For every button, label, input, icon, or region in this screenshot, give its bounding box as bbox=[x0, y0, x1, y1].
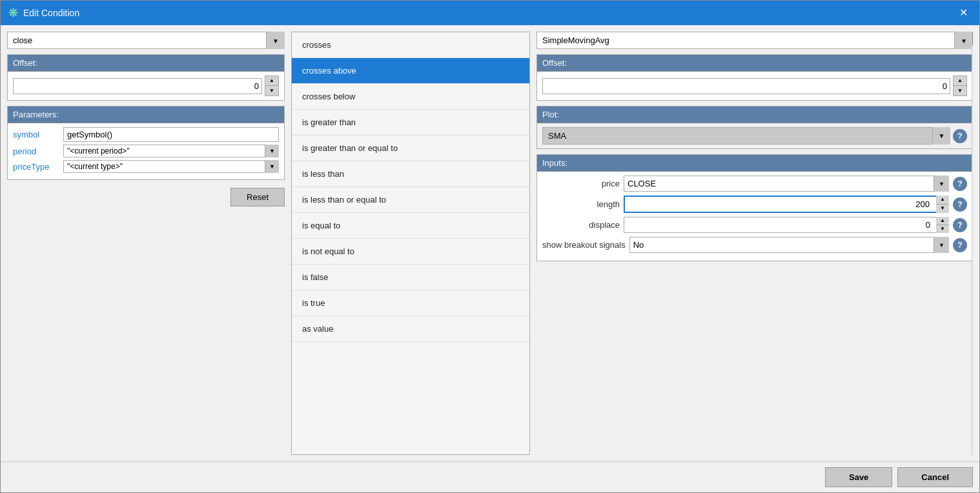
input-label-displace: displace bbox=[542, 220, 620, 230]
input-select-breakout[interactable]: No Yes bbox=[629, 237, 949, 253]
plot-select[interactable]: SMA bbox=[542, 127, 950, 145]
left-offset-section: Offset: ▲ ▼ bbox=[7, 54, 285, 101]
plot-select-wrapper: SMA ▼ bbox=[542, 127, 950, 145]
right-scrollbar[interactable] bbox=[972, 32, 973, 455]
input-select-price[interactable]: CLOSE bbox=[624, 176, 949, 192]
condition-item-is-not-equal-to[interactable]: is not equal to bbox=[292, 239, 529, 265]
inputs-content: price CLOSE ▼ ? bbox=[537, 172, 972, 261]
left-indicator-select[interactable]: close bbox=[7, 32, 285, 49]
length-help-button[interactable]: ? bbox=[953, 197, 967, 212]
displace-down[interactable]: ▼ bbox=[936, 225, 949, 233]
dialog-body: close ▼ Offset: ▲ ▼ bbox=[1, 25, 979, 461]
left-indicator-wrapper: close ▼ bbox=[7, 32, 285, 49]
main-content: close ▼ Offset: ▲ ▼ bbox=[7, 32, 973, 455]
right-offset-section: Offset: ▲ ▼ bbox=[536, 54, 973, 101]
right-panel: SimpleMovingAvg ▼ Offset: ▲ ▼ bbox=[536, 32, 973, 455]
right-plot-section: Plot: SMA ▼ ? bbox=[536, 106, 973, 149]
price-field-wrapper: CLOSE ▼ bbox=[624, 176, 949, 192]
condition-item-as-value[interactable]: as value bbox=[292, 316, 529, 342]
length-field-wrapper: ▲ ▼ bbox=[624, 196, 949, 213]
length-up[interactable]: ▲ bbox=[936, 196, 949, 205]
input-field-displace[interactable] bbox=[624, 217, 949, 233]
condition-item-crosses[interactable]: crosses bbox=[292, 32, 529, 58]
condition-list: crosses crosses above crosses below is g… bbox=[292, 32, 529, 342]
displace-field-wrapper: ▲ ▼ bbox=[624, 217, 949, 233]
displace-up[interactable]: ▲ bbox=[936, 217, 949, 225]
left-offset-spinners: ▲ ▼ bbox=[265, 75, 279, 96]
length-spinners: ▲ ▼ bbox=[936, 196, 949, 213]
param-period-wrapper: "<current period>" ▼ bbox=[63, 145, 279, 157]
input-row-price: price CLOSE ▼ ? bbox=[542, 176, 967, 192]
condition-list-panel: crosses crosses above crosses below is g… bbox=[291, 32, 530, 455]
input-label-breakout: show breakout signals bbox=[542, 240, 626, 250]
left-offset-content: ▲ ▼ bbox=[8, 72, 284, 100]
condition-item-is-less-than[interactable]: is less than bbox=[292, 161, 529, 187]
breakout-help-button[interactable]: ? bbox=[953, 238, 967, 252]
params-content: symbol period "<current period>" ▼ bbox=[8, 123, 284, 179]
dialog-title: Edit Condition bbox=[23, 8, 79, 18]
condition-item-is-false[interactable]: is false bbox=[292, 265, 529, 290]
right-indicator-select[interactable]: SimpleMovingAvg bbox=[536, 32, 973, 49]
app-icon: ❋ bbox=[8, 6, 18, 20]
param-row-period: period "<current period>" ▼ bbox=[13, 145, 279, 157]
param-row-symbol: symbol bbox=[13, 127, 279, 142]
right-offset-up[interactable]: ▲ bbox=[954, 76, 966, 86]
right-offset-input[interactable] bbox=[542, 78, 950, 94]
left-offset-input[interactable] bbox=[13, 78, 262, 94]
close-button[interactable]: ✕ bbox=[955, 6, 972, 19]
right-plot-header: Plot: bbox=[537, 106, 972, 123]
reset-wrapper: Reset bbox=[7, 185, 285, 206]
param-input-symbol[interactable] bbox=[63, 127, 279, 142]
condition-item-is-equal-to[interactable]: is equal to bbox=[292, 213, 529, 239]
length-down[interactable]: ▼ bbox=[936, 205, 949, 213]
left-offset-header: Offset: bbox=[8, 55, 284, 72]
condition-item-is-true[interactable]: is true bbox=[292, 290, 529, 316]
breakout-field-wrapper: No Yes ▼ bbox=[629, 237, 949, 253]
right-offset-down[interactable]: ▼ bbox=[954, 86, 966, 96]
plot-row: SMA ▼ ? bbox=[542, 127, 967, 145]
save-button[interactable]: Save bbox=[825, 467, 892, 487]
param-pricetype-wrapper: "<current type>" ▼ bbox=[63, 160, 279, 173]
param-row-pricetype: priceType "<current type>" ▼ bbox=[13, 160, 279, 173]
param-select-pricetype[interactable]: "<current type>" bbox=[63, 160, 279, 173]
displace-help-button[interactable]: ? bbox=[953, 218, 967, 232]
param-select-period[interactable]: "<current period>" bbox=[63, 145, 279, 157]
plot-help-button[interactable]: ? bbox=[953, 129, 967, 143]
left-params-section: Parameters: symbol period "<cur bbox=[7, 106, 285, 180]
param-label-period: period bbox=[13, 146, 58, 156]
input-row-length: length ▲ ▼ ? bbox=[542, 196, 967, 213]
plot-content: SMA ▼ ? bbox=[537, 123, 972, 148]
right-inputs-header: Inputs: bbox=[537, 155, 972, 172]
input-field-length[interactable] bbox=[624, 196, 949, 213]
right-offset-content: ▲ ▼ bbox=[537, 72, 972, 100]
right-offset-header: Offset: bbox=[537, 55, 972, 72]
condition-item-is-greater-than[interactable]: is greater than bbox=[292, 110, 529, 136]
titlebar-left: ❋ Edit Condition bbox=[8, 6, 79, 20]
condition-item-is-greater-than-or-equal[interactable]: is greater than or equal to bbox=[292, 136, 529, 161]
cancel-button[interactable]: Cancel bbox=[897, 467, 973, 487]
right-inner: SimpleMovingAvg ▼ Offset: ▲ ▼ bbox=[536, 32, 973, 455]
condition-item-crosses-above[interactable]: crosses above bbox=[292, 58, 529, 84]
left-offset-down[interactable]: ▼ bbox=[265, 86, 278, 96]
reset-button[interactable]: Reset bbox=[230, 188, 285, 206]
condition-item-crosses-below[interactable]: crosses below bbox=[292, 84, 529, 110]
input-label-price: price bbox=[542, 179, 620, 188]
titlebar: ❋ Edit Condition ✕ bbox=[1, 1, 979, 25]
right-offset-spinners: ▲ ▼ bbox=[953, 75, 967, 96]
edit-condition-dialog: ❋ Edit Condition ✕ close ▼ Offset: bbox=[0, 0, 980, 493]
left-offset-up[interactable]: ▲ bbox=[265, 76, 278, 86]
param-label-symbol: symbol bbox=[13, 130, 58, 139]
dialog-footer: Save Cancel bbox=[1, 461, 979, 492]
input-row-displace: displace ▲ ▼ ? bbox=[542, 217, 967, 233]
right-indicator-wrapper: SimpleMovingAvg ▼ bbox=[536, 32, 973, 49]
input-label-length: length bbox=[542, 199, 620, 209]
scrollbar-thumb bbox=[972, 32, 973, 45]
param-label-pricetype: priceType bbox=[13, 162, 58, 172]
condition-item-is-less-than-or-equal[interactable]: is less than or equal to bbox=[292, 187, 529, 213]
left-panel: close ▼ Offset: ▲ ▼ bbox=[7, 32, 285, 455]
displace-spinners: ▲ ▼ bbox=[936, 217, 949, 233]
input-row-breakout: show breakout signals No Yes ▼ ? bbox=[542, 237, 967, 253]
price-help-button[interactable]: ? bbox=[953, 177, 967, 191]
right-inputs-section: Inputs: price CLOSE ▼ bbox=[536, 154, 973, 261]
left-params-header: Parameters: bbox=[8, 106, 284, 123]
